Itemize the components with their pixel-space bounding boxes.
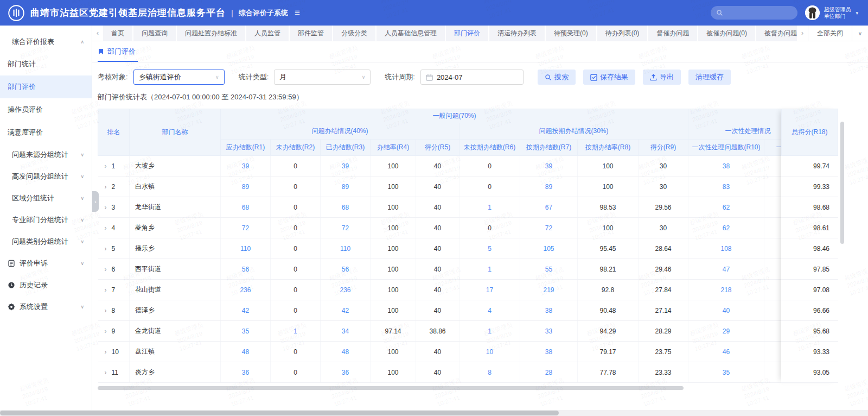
cell-r10[interactable]: 62 (688, 218, 764, 238)
sidebar-item-7[interactable]: 区域分组统计∨ (0, 187, 92, 209)
export-button[interactable]: 导出 (643, 70, 681, 85)
cell-r3[interactable]: 72 (321, 218, 371, 238)
cell-r3[interactable]: 39 (321, 156, 371, 177)
cell-r7[interactable]: 72 (520, 218, 578, 238)
vertical-scrollbar[interactable] (840, 122, 844, 244)
cell-r10[interactable]: 46 (688, 342, 764, 362)
cell-r7[interactable]: 55 (520, 259, 578, 280)
cell-r1[interactable]: 110 (221, 238, 271, 259)
cell-r3[interactable]: 42 (321, 300, 371, 321)
cell-r10[interactable]: 108 (688, 238, 764, 259)
cell-r7[interactable]: 219 (520, 280, 578, 300)
cell-r7[interactable]: 38 (520, 300, 578, 321)
expand-row-icon[interactable]: › (105, 369, 107, 376)
page-tab-dept-eval[interactable]: 部门评价 (98, 47, 138, 62)
cell-r3[interactable]: 68 (321, 197, 371, 218)
search-button[interactable]: 搜索 (538, 70, 576, 85)
sidebar-item-9[interactable]: 问题类别分组统计∨ (0, 231, 92, 253)
cell-r7[interactable]: 28 (520, 362, 578, 383)
cell-r3[interactable]: 110 (321, 238, 371, 259)
cell-r6[interactable]: 8 (459, 362, 520, 383)
assess-target-select[interactable]: 乡镇街道评价 ∨ (133, 70, 225, 85)
sidebar-item-5[interactable]: 问题来源分组统计∨ (0, 144, 92, 166)
tab-1[interactable]: 问题查询 (133, 26, 177, 41)
cell-r1[interactable]: 39 (221, 156, 271, 177)
expand-row-icon[interactable]: › (105, 266, 107, 273)
cell-r1[interactable]: 42 (221, 300, 271, 321)
cell-r6[interactable]: 1 (459, 259, 520, 280)
cell-r6[interactable]: 5 (459, 238, 520, 259)
tabs-dropdown-icon[interactable]: ∨ (852, 26, 868, 41)
cell-r6[interactable]: 10 (459, 342, 520, 362)
cell-r3[interactable]: 89 (321, 177, 371, 197)
tab-12[interactable]: 被催办问题(0) (698, 26, 756, 41)
tab-2[interactable]: 问题处置办结标准 (177, 26, 246, 41)
cell-r1[interactable]: 48 (221, 342, 271, 362)
expand-row-icon[interactable]: › (105, 286, 107, 294)
cell-r1[interactable]: 36 (221, 362, 271, 383)
cell-r7[interactable]: 105 (520, 238, 578, 259)
cell-r10[interactable]: 35 (688, 362, 764, 383)
sidebar-item-1[interactable]: 部门统计 (0, 53, 92, 75)
sidebar-item-8[interactable]: 专业部门分组统计∨ (0, 209, 92, 231)
user-menu[interactable]: 超级管理员 单位部门 ▾ (805, 5, 858, 20)
tab-9[interactable]: 待预受理(0) (546, 26, 597, 41)
sidebar-collapse-handle[interactable]: ‹ (92, 191, 99, 212)
cell-r1[interactable]: 89 (221, 177, 271, 197)
cell-r2[interactable]: 1 (271, 321, 321, 342)
tabs-scroll-right-icon[interactable]: › (797, 26, 808, 41)
cell-r1[interactable]: 35 (221, 321, 271, 342)
tab-5[interactable]: 分级分类 (333, 26, 376, 41)
cell-r6[interactable]: 1 (459, 321, 520, 342)
cell-r1[interactable]: 72 (221, 218, 271, 238)
cell-r3[interactable]: 36 (321, 362, 371, 383)
cell-r7[interactable]: 33 (520, 321, 578, 342)
expand-row-icon[interactable]: › (105, 327, 107, 335)
cell-r10[interactable]: 40 (688, 300, 764, 321)
stat-type-select[interactable]: 月 ∨ (274, 70, 371, 85)
tab-4[interactable]: 部件监管 (290, 26, 333, 41)
stat-period-input[interactable]: 2024-07 (420, 70, 524, 85)
cell-r3[interactable]: 48 (321, 342, 371, 362)
cell-r1[interactable]: 236 (221, 280, 271, 300)
sidebar-item-11[interactable]: 历史记录 (0, 274, 92, 296)
expand-row-icon[interactable]: › (105, 307, 107, 314)
cell-r1[interactable]: 68 (221, 197, 271, 218)
page-horizontal-scrollbar[interactable] (0, 411, 559, 415)
tab-8[interactable]: 清运待办列表 (489, 26, 546, 41)
expand-row-icon[interactable]: › (105, 224, 107, 232)
cell-r10[interactable]: 38 (688, 156, 764, 177)
tab-13[interactable]: 被督办问题(0) (756, 26, 797, 41)
tab-3[interactable]: 人员监管 (246, 26, 290, 41)
close-all-tabs-button[interactable]: 全部关闭 (808, 26, 852, 41)
sidebar-item-10[interactable]: 评价申诉∨ (0, 253, 92, 274)
cell-r7[interactable]: 89 (520, 177, 578, 197)
cell-r7[interactable]: 67 (520, 197, 578, 218)
cell-r6[interactable]: 17 (459, 280, 520, 300)
table-horizontal-scrollbar[interactable] (98, 386, 684, 390)
cell-r3[interactable]: 34 (321, 321, 371, 342)
tab-11[interactable]: 督催办问题 (648, 26, 698, 41)
expand-row-icon[interactable]: › (105, 204, 107, 211)
cell-r6[interactable]: 1 (459, 197, 520, 218)
cell-r10[interactable]: 62 (688, 197, 764, 218)
tabs-scroll-left-icon[interactable]: ‹ (92, 26, 103, 41)
header-search-input[interactable] (711, 6, 797, 20)
expand-row-icon[interactable]: › (105, 348, 107, 356)
expand-row-icon[interactable]: › (105, 245, 107, 253)
cell-r6[interactable]: 4 (459, 300, 520, 321)
clear-cache-button[interactable]: 清理缓存 (688, 70, 731, 85)
tab-6[interactable]: 人员基础信息管理 (376, 26, 446, 41)
sidebar-item-2[interactable]: 部门评价 (0, 75, 92, 98)
cell-r10[interactable]: 218 (688, 280, 764, 300)
sidebar-item-4[interactable]: 满意度评价 (0, 121, 92, 144)
expand-row-icon[interactable]: › (105, 183, 107, 191)
sidebar-item-0[interactable]: 综合评价报表∧ (0, 31, 92, 53)
save-results-button[interactable]: 保存结果 (583, 70, 635, 85)
cell-r1[interactable]: 56 (221, 259, 271, 280)
tab-7[interactable]: 部门评价 (446, 26, 489, 41)
menu-icon[interactable]: ≡ (295, 8, 300, 18)
expand-row-icon[interactable]: › (105, 162, 107, 170)
cell-r3[interactable]: 236 (321, 280, 371, 300)
cell-r10[interactable]: 47 (688, 259, 764, 280)
